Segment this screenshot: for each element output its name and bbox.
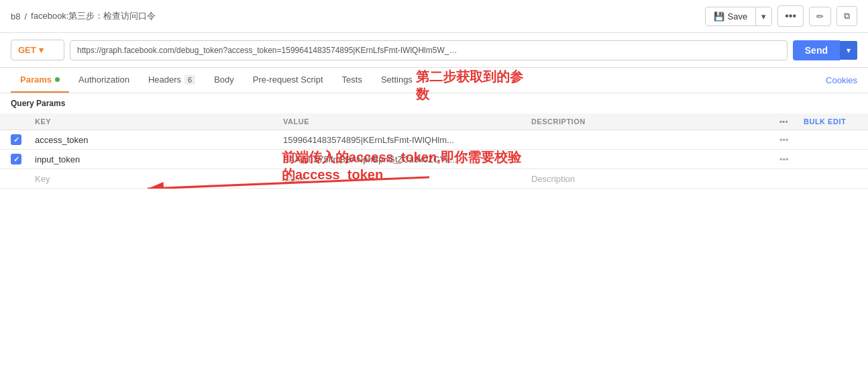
method-label: GET xyxy=(18,45,36,55)
table-row: access_token 1599641483574895|KErnLfsFmt… xyxy=(0,130,868,150)
row1-checkbox[interactable] xyxy=(11,134,21,145)
save-button[interactable]: 💾 Save xyxy=(706,7,756,26)
authorization-tab-label: Authorization xyxy=(78,75,129,85)
breadcrumb: b8 / facebook:第三步：检查访问口令 xyxy=(11,10,156,22)
body-tab-label: Body xyxy=(214,75,234,85)
breadcrumb-title: facebook:第三步：检查访问口令 xyxy=(31,10,156,22)
params-dot-icon xyxy=(55,77,60,82)
tab-tests[interactable]: Tests xyxy=(333,68,372,93)
row1-key[interactable]: access_token xyxy=(35,135,283,145)
row2-key[interactable]: input_token xyxy=(35,154,283,164)
tab-params[interactable]: Params xyxy=(11,68,69,93)
cookies-button[interactable]: Cookies xyxy=(826,75,857,85)
annotation-block: 第二步获取到的参数 前端传入的access_token,即你需要校验的acces… xyxy=(0,189,868,265)
settings-tab-label: Settings xyxy=(381,75,413,85)
row1-more[interactable]: ••• xyxy=(779,135,804,145)
prerequest-tab-label: Pre-request Script xyxy=(253,75,323,85)
col-bulk-edit[interactable]: Bulk Edit xyxy=(804,117,857,126)
tab-body[interactable]: Body xyxy=(205,68,243,93)
copy-button[interactable]: ⧉ xyxy=(836,6,857,26)
col-description: DESCRIPTION xyxy=(531,117,779,126)
url-input[interactable] xyxy=(70,40,788,60)
top-actions: 💾 Save ▾ ••• ✏ ⧉ xyxy=(705,5,857,27)
method-select[interactable]: GET ▾ xyxy=(11,40,64,60)
col-checkbox xyxy=(11,117,35,126)
table-header: KEY VALUE DESCRIPTION ••• Bulk Edit xyxy=(0,113,868,130)
annotation2-text: 前端传入的access_token,即你需要校验的access_token xyxy=(282,148,521,183)
save-button-group[interactable]: 💾 Save ▾ xyxy=(705,7,773,26)
request-bar: GET ▾ Send ▾ xyxy=(0,33,868,68)
edit-button[interactable]: ✏ xyxy=(809,7,831,26)
annotation1-text: 第二步获取到的参数 xyxy=(416,68,523,103)
row3-description[interactable]: Description xyxy=(531,174,779,184)
tab-prerequest[interactable]: Pre-request Script xyxy=(243,68,333,93)
send-button-group[interactable]: Send ▾ xyxy=(793,40,857,60)
tests-tab-label: Tests xyxy=(342,75,362,85)
tab-headers[interactable]: Headers 6 xyxy=(139,68,205,93)
send-button[interactable]: Send xyxy=(793,40,840,60)
row1-value[interactable]: 1599641483574895|KErnLfsFmt-IWlQHlm... xyxy=(283,135,531,145)
top-bar: b8 / facebook:第三步：检查访问口令 💾 Save ▾ ••• ✏ … xyxy=(0,0,868,33)
app-container: b8 / facebook:第三步：检查访问口令 💾 Save ▾ ••• ✏ … xyxy=(0,0,868,265)
breadcrumb-sep: / xyxy=(24,11,27,21)
col-value: VALUE xyxy=(283,117,531,126)
row2-checkbox[interactable] xyxy=(11,154,21,164)
headers-badge: 6 xyxy=(184,75,195,85)
tab-settings[interactable]: Settings xyxy=(372,68,422,93)
col-key: KEY xyxy=(35,117,283,126)
col-more: ••• xyxy=(779,117,804,126)
breadcrumb-parent[interactable]: b8 xyxy=(11,11,20,21)
params-tab-label: Params xyxy=(20,75,52,85)
more-options-button[interactable]: ••• xyxy=(777,5,804,27)
headers-tab-label: Headers xyxy=(148,75,181,85)
save-icon: 💾 xyxy=(714,11,724,21)
tab-authorization[interactable]: Authorization xyxy=(69,68,139,93)
method-chevron-icon: ▾ xyxy=(39,45,44,55)
save-dropdown-button[interactable]: ▾ xyxy=(755,7,771,26)
row3-key[interactable]: Key xyxy=(35,174,283,184)
row3-checkbox xyxy=(11,173,21,184)
row2-more[interactable]: ••• xyxy=(779,154,804,164)
send-dropdown-button[interactable]: ▾ xyxy=(840,41,857,60)
